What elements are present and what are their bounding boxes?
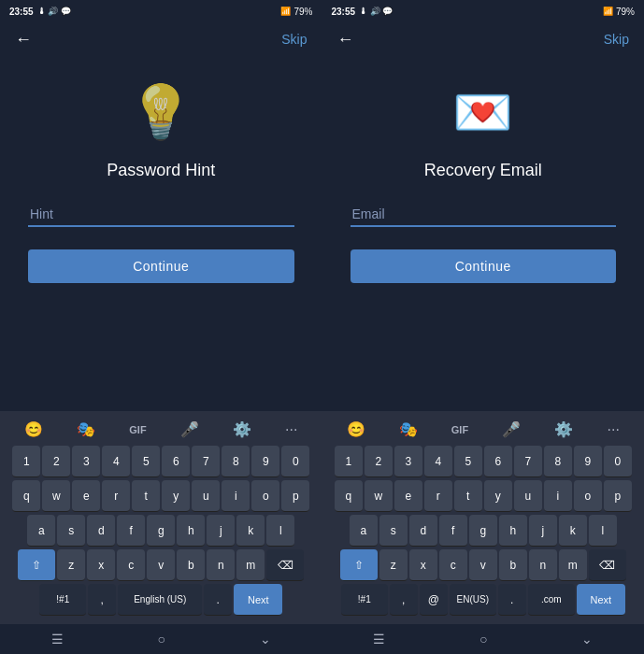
emoji-icon[interactable]: 😊	[21, 419, 47, 440]
key-g[interactable]: g	[147, 515, 175, 547]
emoji-icon-right[interactable]: 😊	[343, 419, 369, 440]
more-icon[interactable]: ···	[281, 419, 301, 440]
symbols-key-left[interactable]: !#1	[39, 584, 86, 616]
more-icon-right[interactable]: ···	[604, 419, 623, 440]
key-ry[interactable]: y	[484, 480, 512, 512]
key-rh[interactable]: h	[499, 515, 527, 547]
key-rl[interactable]: l	[589, 515, 617, 547]
key-r7[interactable]: 7	[514, 446, 542, 477]
key-rv[interactable]: v	[469, 549, 497, 581]
key-6[interactable]: 6	[162, 446, 190, 477]
nav-home-icon[interactable]: ○	[158, 632, 165, 647]
key-3[interactable]: 3	[72, 446, 100, 477]
key-r[interactable]: r	[102, 480, 130, 512]
key-k[interactable]: k	[236, 515, 265, 547]
language-key-right[interactable]: EN(US)	[450, 584, 496, 616]
symbols-key-right[interactable]: !#1	[341, 584, 388, 616]
key-r8[interactable]: 8	[544, 446, 572, 477]
key-ru[interactable]: u	[514, 480, 542, 512]
email-input[interactable]	[351, 203, 617, 227]
key-ri[interactable]: i	[544, 480, 572, 512]
back-button-right[interactable]: ←	[337, 30, 354, 50]
key-9[interactable]: 9	[251, 446, 279, 477]
skip-button-left[interactable]: Skip	[281, 32, 307, 47]
dotcom-key-right[interactable]: .com	[528, 584, 575, 616]
key-ra[interactable]: a	[350, 515, 378, 547]
key-rg[interactable]: g	[469, 515, 497, 547]
at-key-right[interactable]: @	[420, 584, 448, 616]
mic-icon-right[interactable]: 🎤	[498, 419, 524, 440]
continue-button-left[interactable]: Continue	[28, 249, 294, 283]
key-rs[interactable]: s	[379, 515, 408, 547]
key-q[interactable]: q	[12, 480, 40, 512]
key-rc[interactable]: c	[439, 549, 467, 581]
key-rr[interactable]: r	[424, 480, 452, 512]
language-key-left[interactable]: English (US)	[118, 584, 202, 616]
key-r9[interactable]: 9	[574, 446, 602, 477]
key-r1[interactable]: 1	[335, 446, 363, 477]
key-r5[interactable]: 5	[454, 446, 482, 477]
key-r6[interactable]: 6	[484, 446, 512, 477]
key-z[interactable]: z	[57, 549, 85, 581]
key-m[interactable]: m	[236, 549, 265, 581]
comma-key-left[interactable]: ,	[88, 584, 116, 616]
key-rj[interactable]: j	[529, 515, 557, 547]
sticker-icon-right[interactable]: 🎭	[395, 419, 422, 440]
sticker-icon[interactable]: 🎭	[73, 419, 99, 440]
gif-icon-right[interactable]: GIF	[448, 422, 472, 437]
period-key-left[interactable]: .	[204, 584, 232, 616]
key-e[interactable]: e	[72, 480, 100, 512]
key-i[interactable]: i	[222, 480, 250, 512]
key-rk[interactable]: k	[559, 515, 587, 547]
key-r3[interactable]: 3	[394, 446, 422, 477]
nav-back-icon-right[interactable]: ⌄	[581, 632, 593, 647]
key-rd[interactable]: d	[409, 515, 437, 547]
key-rt[interactable]: t	[454, 480, 482, 512]
shift-key-right[interactable]: ⇧	[340, 549, 378, 581]
key-re[interactable]: e	[394, 480, 422, 512]
mic-icon[interactable]: 🎤	[177, 419, 203, 440]
key-x[interactable]: x	[87, 549, 115, 581]
key-4[interactable]: 4	[102, 446, 130, 477]
key-f[interactable]: f	[117, 515, 145, 547]
key-a[interactable]: a	[27, 515, 55, 547]
key-rq[interactable]: q	[335, 480, 363, 512]
key-d[interactable]: d	[87, 515, 115, 547]
key-w[interactable]: w	[42, 480, 70, 512]
nav-menu-icon[interactable]: ☰	[51, 632, 64, 647]
key-p[interactable]: p	[281, 480, 309, 512]
skip-button-right[interactable]: Skip	[604, 32, 629, 47]
backspace-key-left[interactable]: ⌫	[266, 549, 304, 581]
comma-key-right[interactable]: ,	[390, 584, 418, 616]
continue-button-right[interactable]: Continue	[351, 249, 617, 283]
key-l[interactable]: l	[266, 515, 294, 547]
key-7[interactable]: 7	[192, 446, 220, 477]
next-key-left[interactable]: Next	[234, 584, 282, 616]
key-ro[interactable]: o	[574, 480, 602, 512]
key-rp[interactable]: p	[604, 480, 632, 512]
key-2[interactable]: 2	[42, 446, 70, 477]
key-rm[interactable]: m	[559, 549, 587, 581]
key-rb[interactable]: b	[499, 549, 527, 581]
key-rw[interactable]: w	[365, 480, 393, 512]
nav-menu-icon-right[interactable]: ☰	[373, 632, 385, 647]
hint-input[interactable]	[28, 203, 294, 227]
key-r4[interactable]: 4	[424, 446, 452, 477]
key-o[interactable]: o	[251, 480, 279, 512]
key-c[interactable]: c	[117, 549, 145, 581]
key-0[interactable]: 0	[281, 446, 309, 477]
nav-back-icon[interactable]: ⌄	[260, 632, 271, 647]
gif-icon[interactable]: GIF	[125, 422, 150, 437]
period-key-right[interactable]: .	[498, 584, 526, 616]
key-rf[interactable]: f	[439, 515, 467, 547]
key-rz[interactable]: z	[379, 549, 408, 581]
shift-key-left[interactable]: ⇧	[18, 549, 55, 581]
key-j[interactable]: j	[207, 515, 235, 547]
key-y[interactable]: y	[162, 480, 190, 512]
key-s[interactable]: s	[57, 515, 85, 547]
key-8[interactable]: 8	[222, 446, 250, 477]
backspace-key-right[interactable]: ⌫	[589, 549, 626, 581]
key-v[interactable]: v	[147, 549, 175, 581]
key-n[interactable]: n	[207, 549, 235, 581]
settings-icon-right[interactable]: ⚙️	[551, 419, 577, 440]
